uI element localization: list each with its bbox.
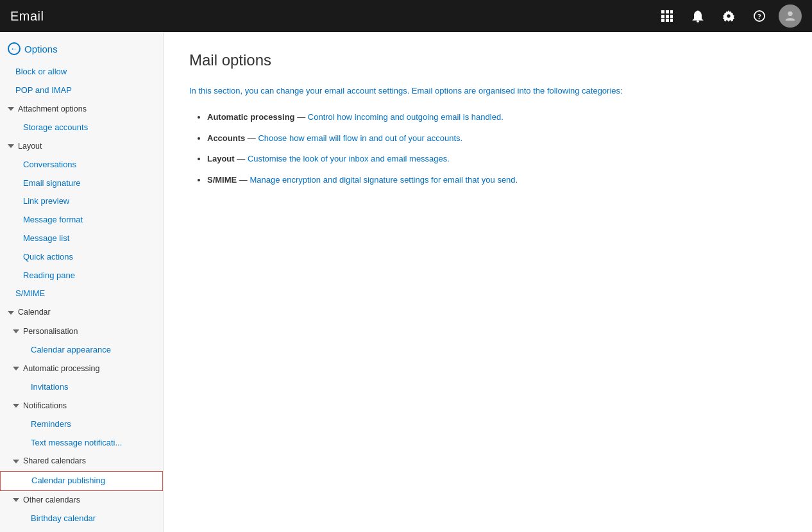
sidebar-item-conversations[interactable]: Conversations [0, 156, 163, 174]
item-link[interactable]: Manage encryption and digital signature … [250, 175, 518, 185]
svg-point-13 [788, 12, 792, 16]
item-link[interactable]: Choose how email will flow in and out of… [258, 133, 462, 143]
sidebar-item-storage-accounts[interactable]: Storage accounts [0, 119, 163, 137]
expand-icon [13, 329, 19, 333]
sidebar-item-email-signature[interactable]: Email signature [0, 174, 163, 193]
item-label: Automatic processing [207, 112, 295, 122]
svg-point-10 [727, 14, 730, 17]
item-dash: — [239, 175, 250, 185]
svg-rect-1 [666, 10, 669, 13]
main-layout: ← Options Block or allow POP and IMAP At… [0, 32, 812, 532]
sidebar-section-layout[interactable]: Layout [0, 137, 163, 156]
item-label: Layout [207, 154, 235, 163]
svg-point-9 [697, 21, 699, 22]
sidebar-section-calendar[interactable]: Calendar [0, 303, 163, 322]
sidebar-item-link-preview[interactable]: Link preview [0, 192, 163, 211]
sidebar-section-shared-calendars[interactable]: Shared calendars [0, 452, 163, 470]
list-item: S/MIME — Manage encryption and digital s… [207, 174, 702, 187]
sidebar-item-reminders[interactable]: Reminders [0, 415, 163, 434]
sidebar: ← Options Block or allow POP and IMAP At… [0, 32, 164, 532]
sidebar-section-label: Shared calendars [23, 454, 86, 468]
sidebar-item-text-message-notifications[interactable]: Text message notificati... [0, 434, 163, 453]
settings-icon[interactable] [715, 0, 743, 32]
sidebar-section-notifications[interactable]: Notifications [0, 397, 163, 415]
app-title: Email [10, 9, 44, 24]
sidebar-section-label: Notifications [23, 399, 67, 413]
item-link[interactable]: Control how incoming and outgoing email … [308, 112, 503, 122]
grid-icon[interactable] [653, 0, 681, 32]
list-item: Accounts — Choose how email will flow in… [207, 132, 702, 145]
page-title: Mail options [189, 51, 786, 69]
sidebar-section-label: Attachment options [18, 103, 87, 116]
svg-rect-4 [666, 15, 669, 18]
header-icons: ? [653, 0, 802, 32]
list-item: Automatic processing — Control how incom… [207, 111, 702, 124]
sidebar-section-label: Automatic processing [23, 362, 100, 376]
svg-rect-6 [661, 19, 664, 22]
svg-rect-0 [661, 10, 664, 13]
item-label: S/MIME [207, 175, 237, 185]
sidebar-item-invitations[interactable]: Invitations [0, 378, 163, 397]
sidebar-section-automatic-processing[interactable]: Automatic processing [0, 360, 163, 378]
sidebar-item-message-format[interactable]: Message format [0, 211, 163, 229]
sidebar-item-calendar-appearance[interactable]: Calendar appearance [0, 341, 163, 360]
sidebar-item-smime[interactable]: S/MIME [0, 285, 163, 303]
expand-icon [8, 311, 14, 315]
sidebar-item-message-list[interactable]: Message list [0, 229, 163, 248]
expand-icon [13, 460, 19, 463]
intro-text: In this section, you can change your ema… [189, 85, 702, 98]
sidebar-item-birthday-calendar[interactable]: Birthday calendar [0, 510, 163, 528]
back-arrow-icon: ← [8, 42, 21, 55]
item-label: Accounts [207, 133, 245, 143]
svg-rect-7 [666, 19, 669, 22]
help-icon[interactable]: ? [745, 0, 774, 32]
expand-icon [8, 144, 14, 148]
sidebar-section-label: Personalisation [23, 325, 78, 338]
sidebar-section-personalisation[interactable]: Personalisation [0, 322, 163, 341]
svg-rect-8 [670, 19, 673, 22]
item-link[interactable]: Customise the look of your inbox and ema… [248, 154, 450, 163]
sidebar-item-pop-imap[interactable]: POP and IMAP [0, 81, 163, 100]
item-dash: — [248, 133, 258, 143]
sidebar-section-label: Layout [18, 140, 42, 153]
sidebar-section-label: Other calendars [23, 494, 80, 507]
sidebar-item-calendar-publishing[interactable]: Calendar publishing [0, 471, 163, 491]
item-dash: — [237, 154, 248, 163]
app-header: Email ? [0, 0, 812, 32]
sidebar-section-label: Calendar [18, 306, 51, 319]
sidebar-item-block-allow[interactable]: Block or allow [0, 63, 163, 81]
item-dash: — [297, 112, 308, 122]
categories-list: Automatic processing — Control how incom… [189, 111, 702, 187]
expand-icon [13, 367, 19, 370]
user-avatar[interactable] [779, 4, 802, 28]
expand-icon [13, 404, 19, 408]
content-area: Mail options In this section, you can ch… [164, 32, 812, 532]
svg-text:?: ? [757, 13, 761, 21]
options-label: Options [24, 44, 58, 54]
options-back-link[interactable]: ← Options [0, 37, 163, 63]
sidebar-item-quick-actions[interactable]: Quick actions [0, 248, 163, 267]
sidebar-section-other-calendars[interactable]: Other calendars [0, 491, 163, 510]
svg-rect-3 [661, 15, 664, 18]
expand-icon [8, 107, 14, 111]
bell-icon[interactable] [684, 0, 712, 32]
expand-icon [13, 498, 19, 502]
svg-rect-5 [670, 15, 673, 18]
sidebar-item-reading-pane[interactable]: Reading pane [0, 267, 163, 285]
list-item: Layout — Customise the look of your inbo… [207, 153, 702, 166]
svg-rect-2 [670, 10, 673, 13]
sidebar-section-attachment-options[interactable]: Attachment options [0, 100, 163, 119]
